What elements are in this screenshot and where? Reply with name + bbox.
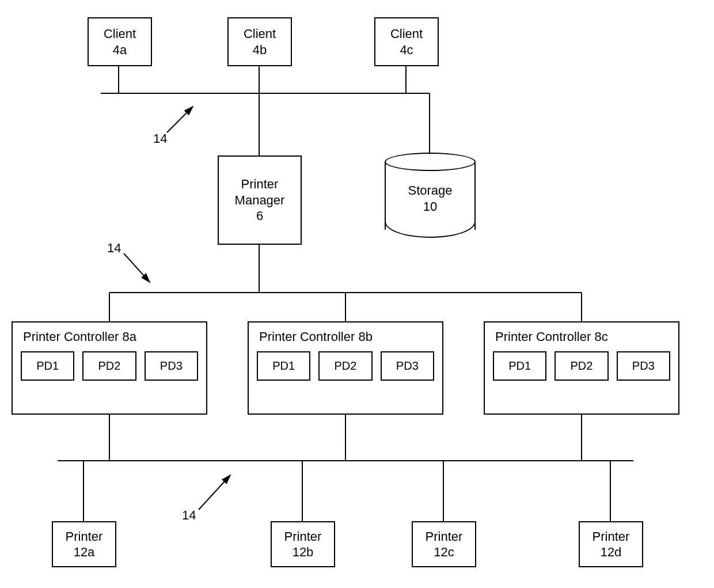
client-4b-id: 4b <box>253 42 267 58</box>
printer-12b-line2: 12b <box>293 544 314 560</box>
pd-8b-3: PD3 <box>381 351 434 381</box>
pd-8a-3: PD3 <box>145 351 198 381</box>
ref-label-14-bottom: 14 <box>182 508 196 523</box>
pd-8b-1: PD1 <box>257 351 310 381</box>
arrows <box>0 0 714 588</box>
printer-manager-box: Printer Manager 6 <box>218 155 302 245</box>
pd-8a-1: PD1 <box>21 351 74 381</box>
ref-label-14-mid: 14 <box>107 241 121 256</box>
client-4c-id: 4c <box>400 42 413 58</box>
printer-controller-8a: Printer Controller 8a PD1 PD2 PD3 <box>12 321 207 415</box>
pd-8c-1: PD1 <box>493 351 546 381</box>
printer-manager-line1: Printer <box>241 176 279 192</box>
svg-line-20 <box>124 253 150 282</box>
pd-8c-3: PD3 <box>617 351 670 381</box>
printer-12b-box: Printer 12b <box>271 521 335 567</box>
pd-8b-2: PD2 <box>318 351 372 381</box>
printer-12a-line2: 12a <box>74 544 95 560</box>
client-4b-title: Client <box>244 26 276 42</box>
printer-12d-line1: Printer <box>593 529 630 545</box>
storage-line2: 10 <box>423 199 437 214</box>
diagram-stage: Client 4a Client 4b Client 4c Printer Ma… <box>0 0 714 588</box>
pd-8a-2: PD2 <box>82 351 136 381</box>
pd-8c-2: PD2 <box>555 351 608 381</box>
svg-line-21 <box>199 475 230 510</box>
connectors <box>0 0 714 588</box>
printer-controller-8b: Printer Controller 8b PD1 PD2 PD3 <box>248 321 443 415</box>
client-4c-title: Client <box>390 26 423 42</box>
printer-controller-8b-title: Printer Controller 8b <box>259 329 434 344</box>
printer-12b-line1: Printer <box>284 529 322 545</box>
printer-12a-box: Printer 12a <box>52 521 116 567</box>
printer-12d-box: Printer 12d <box>579 521 643 567</box>
client-4c-box: Client 4c <box>374 17 439 66</box>
client-4a-id: 4a <box>113 42 127 58</box>
printer-12c-box: Printer 12c <box>412 521 476 567</box>
client-4a-title: Client <box>104 26 136 42</box>
storage-cylinder: Storage 10 <box>385 153 476 238</box>
printer-12c-line1: Printer <box>426 529 463 545</box>
printer-controller-8c: Printer Controller 8c PD1 PD2 PD3 <box>484 321 679 415</box>
printer-12a-line1: Printer <box>66 529 103 545</box>
printer-controller-8c-title: Printer Controller 8c <box>495 329 670 344</box>
printer-manager-line3: 6 <box>256 208 263 224</box>
printer-12c-line2: 12c <box>434 544 454 560</box>
printer-12d-line2: 12d <box>601 544 622 560</box>
svg-line-19 <box>167 107 193 132</box>
printer-controller-8a-title: Printer Controller 8a <box>23 329 198 344</box>
client-4a-box: Client 4a <box>88 17 152 66</box>
ref-label-14-top: 14 <box>153 131 167 146</box>
printer-manager-line2: Manager <box>235 192 285 208</box>
client-4b-box: Client 4b <box>227 17 292 66</box>
storage-line1: Storage <box>408 183 452 198</box>
